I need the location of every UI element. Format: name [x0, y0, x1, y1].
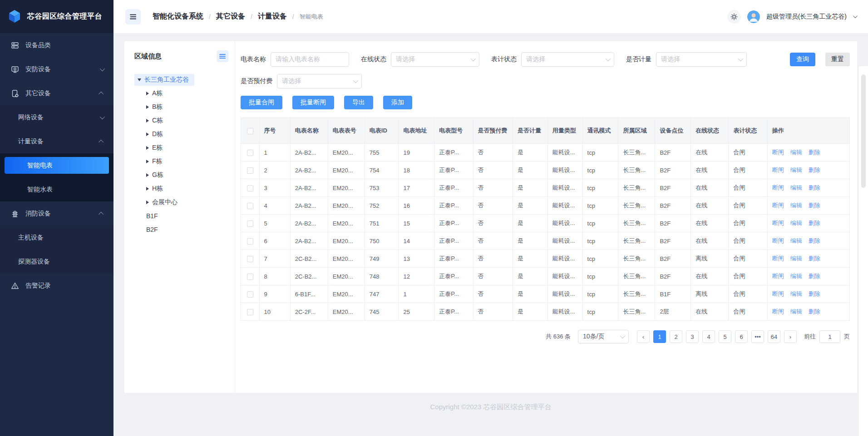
search-button[interactable]: 查询	[790, 53, 815, 66]
op-link[interactable]: 删除	[809, 167, 820, 173]
op-link[interactable]: 删除	[809, 184, 820, 191]
page-button-4[interactable]: 4	[702, 330, 715, 343]
online-status-select[interactable]: 请选择	[391, 52, 479, 67]
tree-node[interactable]: B栋	[134, 100, 228, 114]
op-link[interactable]: 删除	[809, 290, 820, 297]
op-link[interactable]: 断闸	[772, 237, 784, 244]
op-link[interactable]: 删除	[809, 149, 820, 156]
sidebar-item-alarm-records[interactable]: 告警记录	[0, 274, 113, 298]
op-link[interactable]: 编辑	[790, 237, 802, 244]
tree-node[interactable]: H栋	[134, 182, 228, 196]
menu-collapse-icon[interactable]	[125, 9, 141, 24]
op-link[interactable]: 断闸	[772, 255, 784, 262]
tree-node[interactable]: F栋	[134, 155, 228, 168]
sidebar-item-device-category[interactable]: 设备品类	[0, 33, 113, 57]
tree-node[interactable]: B1F	[134, 209, 228, 223]
op-link[interactable]: 编辑	[790, 290, 802, 297]
tree-node[interactable]: D栋	[134, 127, 228, 141]
op-link[interactable]: 编辑	[790, 184, 802, 191]
export-button[interactable]: 导出	[344, 96, 373, 109]
op-link[interactable]: 断闸	[772, 202, 784, 209]
row-checkbox[interactable]	[247, 309, 253, 315]
page-button-1[interactable]: 1	[653, 330, 666, 343]
op-link[interactable]: 删除	[809, 255, 820, 262]
op-link[interactable]: 编辑	[790, 202, 802, 209]
sidebar-item-smart-water-meter[interactable]: 智能水表	[0, 177, 113, 201]
sidebar-item-metering-device[interactable]: 计量设备	[0, 129, 113, 153]
breadcrumb-item[interactable]: 智能化设备系统	[153, 12, 203, 21]
breadcrumb-item[interactable]: 计量设备	[258, 12, 287, 21]
add-button[interactable]: 添加	[383, 96, 412, 109]
row-checkbox[interactable]	[247, 150, 253, 156]
gate-status-select[interactable]: 请选择	[521, 52, 614, 67]
row-checkbox[interactable]	[247, 274, 253, 280]
scrollbar-thumb[interactable]	[861, 74, 866, 188]
op-link[interactable]: 删除	[809, 202, 820, 209]
reset-button[interactable]: 重置	[825, 53, 850, 66]
op-link[interactable]: 断闸	[772, 149, 784, 156]
tree-node[interactable]: E栋	[134, 141, 228, 155]
op-link[interactable]: 删除	[809, 237, 820, 244]
op-link[interactable]: 删除	[809, 220, 820, 226]
op-link[interactable]: 编辑	[790, 149, 802, 156]
op-link[interactable]: 编辑	[790, 255, 802, 262]
tree-node[interactable]: B2F	[134, 223, 228, 236]
tree-node[interactable]: C栋	[134, 114, 228, 127]
op-link[interactable]: 删除	[809, 273, 820, 279]
row-checkbox[interactable]	[247, 256, 253, 262]
next-page-button[interactable]: ›	[784, 330, 797, 343]
chevron-down-icon[interactable]	[853, 14, 858, 18]
row-checkbox[interactable]	[247, 203, 253, 209]
tree-collapse-icon[interactable]	[217, 50, 228, 62]
table-cell: 8	[259, 268, 290, 285]
batch-open-gate-button[interactable]: 批量断闸	[292, 96, 334, 109]
avatar[interactable]	[747, 10, 760, 23]
scrollbar-track[interactable]	[859, 66, 868, 436]
row-checkbox[interactable]	[247, 185, 253, 191]
tree-node[interactable]: A栋	[134, 87, 228, 100]
page-button-3[interactable]: 3	[686, 330, 699, 343]
row-checkbox[interactable]	[247, 220, 253, 227]
tree-node[interactable]: G栋	[134, 168, 228, 182]
op-link[interactable]: 编辑	[790, 308, 802, 315]
sidebar-item-detector-device[interactable]: 探测器设备	[0, 250, 113, 274]
is-prepaid-select[interactable]: 请选择	[277, 74, 362, 88]
op-link[interactable]: 编辑	[790, 273, 802, 279]
op-link[interactable]: 断闸	[772, 290, 784, 297]
op-link[interactable]: 断闸	[772, 273, 784, 279]
op-link[interactable]: 断闸	[772, 167, 784, 173]
page-button-6[interactable]: 6	[735, 330, 748, 343]
sidebar-item-security-device[interactable]: 安防设备	[0, 57, 113, 81]
batch-close-gate-button[interactable]: 批量合闸	[241, 96, 282, 109]
op-link[interactable]: 断闸	[772, 184, 784, 191]
is-metered-select[interactable]: 请选择	[656, 52, 747, 67]
page-button-•••[interactable]: •••	[751, 330, 764, 343]
user-name[interactable]: 超级管理员(长三角工业芯谷)	[766, 13, 847, 21]
prev-page-button[interactable]: ‹	[637, 330, 650, 343]
op-link[interactable]: 断闸	[772, 220, 784, 226]
op-link[interactable]: 断闸	[772, 308, 784, 315]
goto-page-input[interactable]: 1	[819, 330, 840, 343]
sidebar-item-fire-device[interactable]: 消防设备	[0, 201, 113, 225]
row-checkbox[interactable]	[247, 238, 253, 245]
page-button-5[interactable]: 5	[719, 330, 731, 343]
sidebar-item-host-device[interactable]: 主机设备	[0, 225, 113, 250]
meter-name-input[interactable]: 请输入电表名称	[271, 52, 349, 67]
column-header: 表计状态	[729, 118, 767, 144]
op-link[interactable]: 删除	[809, 308, 820, 315]
sidebar-item-network-device[interactable]: 网络设备	[0, 105, 113, 129]
sidebar-item-smart-meter[interactable]: 智能电表	[0, 153, 113, 177]
sidebar-item-other-device[interactable]: 其它设备	[0, 81, 113, 105]
breadcrumb-item[interactable]: 其它设备	[216, 12, 245, 21]
tree-node[interactable]: 会展中心	[134, 196, 228, 209]
row-checkbox[interactable]	[247, 167, 253, 174]
op-link[interactable]: 编辑	[790, 220, 802, 226]
page-button-64[interactable]: 64	[768, 330, 780, 343]
page-button-2[interactable]: 2	[670, 330, 682, 343]
page-size-select[interactable]: 10条/页	[578, 330, 629, 343]
op-link[interactable]: 编辑	[790, 167, 802, 173]
row-checkbox[interactable]	[247, 291, 253, 298]
tree-node-root[interactable]: 长三角工业芯谷	[134, 73, 228, 87]
select-all-checkbox[interactable]	[247, 128, 253, 134]
settings-icon[interactable]	[727, 10, 741, 24]
